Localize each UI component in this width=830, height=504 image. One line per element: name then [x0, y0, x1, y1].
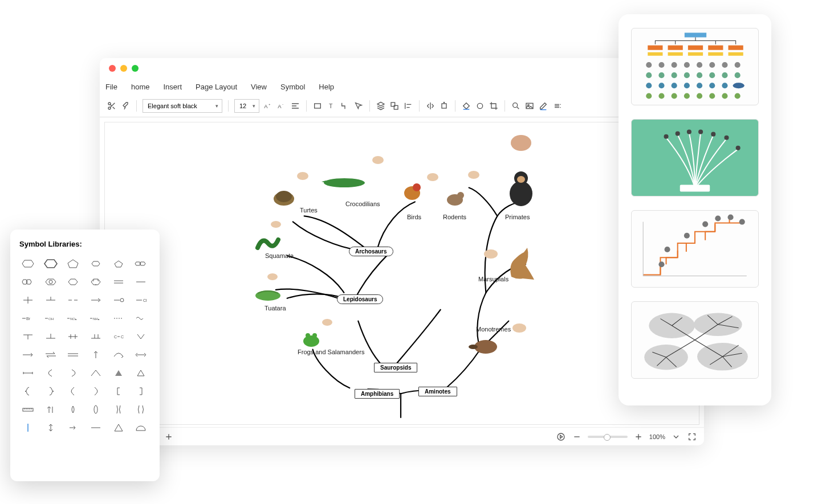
fused-rings-icon[interactable] — [132, 257, 149, 270]
presentation-icon[interactable] — [556, 432, 566, 442]
amine-icon[interactable]: NH₂ — [87, 312, 104, 325]
equilibrium-icon[interactable] — [42, 349, 59, 361]
pen-underline-icon[interactable] — [538, 101, 548, 111]
clade-sauropsids[interactable]: Sauropsids — [374, 363, 417, 372]
v-bond-icon[interactable] — [132, 330, 149, 343]
angle-icon[interactable] — [87, 367, 104, 379]
cyclopentane-icon[interactable] — [110, 257, 127, 270]
carbon-label-icon[interactable]: CC — [110, 330, 127, 343]
concave-icon[interactable] — [110, 403, 127, 416]
bracket-right-icon[interactable] — [64, 367, 82, 379]
brace-left-icon[interactable] — [19, 385, 36, 398]
vertical-line-icon[interactable] — [19, 421, 36, 434]
template-hominid-cladogram[interactable] — [631, 210, 759, 288]
search-icon[interactable] — [511, 101, 521, 111]
template-classification-chart[interactable] — [631, 28, 759, 105]
double-up-arrow-icon[interactable] — [42, 403, 59, 416]
up-t-icon[interactable] — [42, 330, 59, 343]
single-bond-icon[interactable] — [132, 276, 149, 288]
font-increase-icon[interactable]: A+ — [263, 101, 273, 111]
menu-page-layout[interactable]: Page Layout — [196, 83, 237, 91]
clade-lepidosaurs[interactable]: Lepidosaurs — [337, 294, 383, 304]
rectangle-shape-icon[interactable] — [312, 101, 323, 111]
pentagon-icon[interactable] — [64, 257, 82, 270]
layers-icon[interactable] — [376, 101, 386, 111]
cross-bond-icon[interactable] — [19, 294, 36, 306]
ring-open-icon[interactable] — [110, 294, 127, 306]
t-bond-icon[interactable] — [42, 294, 59, 306]
hexagon-icon[interactable] — [19, 257, 36, 270]
maximize-window-button[interactable] — [132, 65, 139, 72]
right-tri-icon[interactable] — [64, 421, 82, 434]
line-style-icon[interactable] — [475, 101, 485, 111]
benzene-icon[interactable] — [87, 276, 104, 288]
double-arrow-icon[interactable] — [64, 349, 82, 361]
triangle-outline-icon[interactable] — [132, 367, 149, 379]
convex-icon[interactable] — [132, 403, 149, 416]
wedge-icon[interactable] — [110, 367, 127, 379]
menu-symbol[interactable]: Symbol — [280, 83, 305, 91]
more-icon[interactable] — [552, 101, 562, 111]
reaction-arrow-icon[interactable] — [19, 349, 36, 361]
lens2-icon[interactable] — [87, 403, 104, 416]
menu-home[interactable]: home — [131, 83, 150, 91]
nitro-icon[interactable]: NO₂ — [64, 312, 82, 325]
group-icon[interactable] — [389, 101, 400, 111]
semicircle-icon[interactable] — [132, 421, 149, 434]
square-bracket-right-icon[interactable] — [132, 385, 149, 398]
paren-left-icon[interactable] — [64, 385, 82, 398]
font-family-select[interactable]: Elegant soft black — [143, 99, 222, 113]
image-icon[interactable] — [524, 101, 535, 111]
naphthalene-icon[interactable] — [19, 276, 36, 288]
template-radial-tree[interactable] — [631, 301, 759, 379]
zoom-slider[interactable] — [588, 436, 628, 438]
flip-horizontal-icon[interactable] — [425, 101, 436, 111]
menu-view[interactable]: View — [251, 83, 267, 91]
up-arrow-icon[interactable] — [87, 349, 104, 361]
resonance-arrow-icon[interactable] — [132, 349, 149, 361]
arrow-bond-icon[interactable] — [87, 294, 104, 306]
menu-insert[interactable]: Insert — [163, 83, 182, 91]
lens-icon[interactable] — [64, 403, 82, 416]
bi-arrow-icon[interactable] — [42, 421, 59, 434]
dash-bond-icon[interactable] — [64, 294, 82, 306]
close-window-button[interactable] — [109, 65, 116, 72]
zoom-out-icon[interactable] — [572, 432, 582, 442]
pointer-icon[interactable] — [353, 101, 364, 111]
paren-right-icon[interactable] — [87, 385, 104, 398]
segment-icon[interactable] — [19, 367, 36, 379]
hexagon-bold-icon[interactable] — [42, 257, 59, 270]
both-t-icon[interactable] — [64, 330, 82, 343]
fill-color-icon[interactable] — [461, 101, 471, 111]
dotted-bond-icon[interactable] — [110, 312, 127, 325]
align-objects-icon[interactable] — [403, 101, 413, 111]
cyclohexane-icon[interactable] — [64, 276, 82, 288]
fullscreen-icon[interactable] — [687, 432, 697, 442]
canvas[interactable]: Archosaurs Lepidosaurs Sauropsids Amphib… — [104, 122, 699, 425]
cut-icon[interactable] — [107, 101, 117, 111]
zoom-dropdown-icon[interactable] — [671, 432, 681, 442]
font-decrease-icon[interactable]: A- — [276, 101, 287, 111]
bracket-left-icon[interactable] — [42, 367, 59, 379]
menu-help[interactable]: Help — [319, 83, 334, 91]
rotate-icon[interactable] — [439, 101, 449, 111]
font-size-select[interactable]: 12 — [234, 99, 259, 113]
chloride-icon[interactable]: Cl — [132, 294, 149, 306]
branch-icon[interactable] — [87, 330, 104, 343]
text-tool-icon[interactable]: T — [326, 101, 336, 111]
bromide-icon[interactable]: Br — [19, 312, 36, 325]
clade-archosaurs[interactable]: Archosaurs — [349, 247, 393, 256]
zoom-in-icon[interactable] — [633, 432, 644, 442]
hexagon-small-icon[interactable] — [87, 257, 104, 270]
clade-aminotes[interactable]: Aminotes — [418, 387, 457, 396]
line-segment-icon[interactable] — [87, 421, 104, 434]
square-bracket-left-icon[interactable] — [110, 385, 127, 398]
double-bond-icon[interactable] — [110, 276, 127, 288]
brace-right-icon[interactable] — [42, 385, 59, 398]
add-page-icon[interactable] — [164, 432, 174, 442]
down-t-icon[interactable] — [19, 330, 36, 343]
hydroxyl-icon[interactable]: OH — [42, 312, 59, 325]
connector-icon[interactable] — [340, 101, 350, 111]
minimize-window-button[interactable] — [120, 65, 127, 72]
triangle-icon[interactable] — [110, 421, 127, 434]
